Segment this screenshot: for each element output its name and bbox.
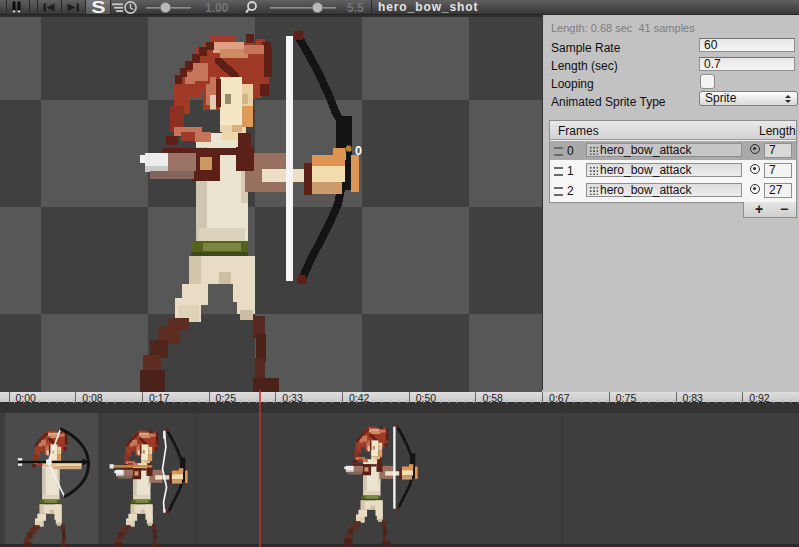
svg-text:0: 0 (355, 144, 362, 158)
svg-text:S: S (91, 0, 106, 15)
